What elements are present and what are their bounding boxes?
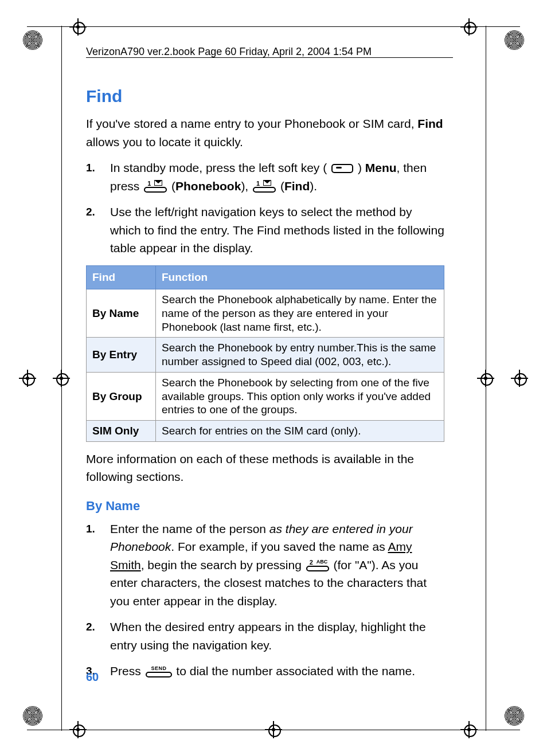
text-underline: Amy	[388, 540, 412, 553]
key-1-icon: 1	[144, 181, 167, 193]
step-number: 1.	[86, 521, 95, 538]
table-row: By Group Search the Phonebook by selecti…	[87, 372, 444, 420]
crop-cross	[69, 721, 87, 738]
key-1-icon: 1	[253, 181, 276, 193]
document-page: { "header": { "running_head": "VerizonA7…	[0, 0, 547, 756]
table-cell-desc: Search the Phonebook by selecting from o…	[156, 372, 444, 420]
text-bold: Find	[417, 117, 443, 130]
text-bold: Phonebook	[175, 179, 241, 193]
text: ),	[241, 179, 252, 193]
crop-cross	[511, 370, 528, 387]
text: to dial the number associated with the n…	[176, 664, 415, 677]
crop-cross	[69, 18, 87, 36]
text: (	[280, 179, 284, 193]
text-bold: Menu	[365, 161, 397, 174]
table-cell-label: By Name	[87, 289, 156, 338]
crop-cross	[265, 721, 282, 738]
crop-cross	[460, 18, 478, 36]
crop-cross	[477, 370, 494, 387]
table-cell-desc: Search for entries on the SIM card (only…	[156, 421, 444, 442]
text-bold: Find	[284, 179, 310, 193]
text: . For example, if you saved the name as	[171, 540, 388, 553]
table-cell-label: By Group	[87, 372, 156, 420]
step-2: 2. Use the left/right navigation keys to…	[86, 203, 444, 257]
step-3: 3. Press SEND to dial the number associa…	[86, 662, 444, 680]
text: Use the left/right navigation keys to se…	[110, 205, 444, 254]
table-cell-desc: Search the Phonebook by entry number.Thi…	[156, 338, 444, 373]
text: Enter the name of the person	[110, 522, 269, 535]
table-cell-desc: Search the Phonebook alphabetically by n…	[156, 289, 444, 338]
steps-list-b: 1. Enter the name of the person as they …	[86, 520, 444, 680]
table-row: SIM Only Search for entries on the SIM c…	[87, 421, 444, 442]
crop-cross	[53, 370, 70, 387]
step-number: 1.	[86, 160, 95, 177]
step-2: 2. When the desired entry appears in the…	[86, 618, 444, 654]
step-number: 2.	[86, 204, 95, 221]
header-rule	[86, 57, 453, 58]
step-1: 1. Enter the name of the person as they …	[86, 520, 444, 610]
send-key-icon: SEND	[146, 667, 172, 677]
registration-mark	[505, 706, 524, 726]
steps-list-a: 1. In standby mode, press the left soft …	[86, 159, 444, 257]
running-head: VerizonA790 ver.2.book Page 60 Friday, A…	[86, 46, 372, 58]
intro-paragraph: If you've stored a name entry to your Ph…	[86, 115, 444, 151]
table-cell-label: By Entry	[87, 338, 156, 373]
text: If you've stored a name entry to your Ph…	[86, 117, 417, 130]
crop-cross	[19, 370, 36, 387]
text: When the desired entry appears in the di…	[110, 620, 426, 652]
text: (	[171, 179, 175, 193]
key-abc: ABC	[317, 558, 328, 566]
table-header-row: Find Function	[87, 265, 444, 289]
crop-cross	[460, 721, 478, 738]
key-2-icon: 2ABC	[306, 560, 329, 571]
table-cell-label: SIM Only	[87, 421, 156, 442]
left-softkey-icon	[331, 164, 353, 173]
table-header: Find	[87, 265, 156, 289]
registration-mark	[23, 706, 42, 726]
page-content: Find If you've stored a name entry to yo…	[86, 83, 444, 688]
registration-mark	[23, 30, 42, 50]
text: allows you to locate it quickly.	[86, 135, 243, 148]
text: Press	[110, 664, 144, 677]
text: ).	[310, 179, 317, 193]
subsection-title: By Name	[86, 496, 444, 515]
after-table-text: More information on each of these method…	[86, 450, 444, 486]
table-row: By Name Search the Phonebook alphabetica…	[87, 289, 444, 338]
text: , begin the search by pressing	[141, 558, 305, 571]
registration-mark	[505, 30, 524, 50]
text: In standby mode, press the left soft key…	[110, 161, 327, 174]
step-1: 1. In standby mode, press the left soft …	[86, 159, 444, 195]
text-underline: Smith	[110, 558, 141, 571]
text: )	[358, 161, 365, 174]
table-row: By Entry Search the Phonebook by entry n…	[87, 338, 444, 373]
find-methods-table: Find Function By Name Search the Phonebo…	[86, 265, 444, 442]
section-title: Find	[86, 83, 444, 109]
crop-mark	[27, 26, 520, 27]
page-number: 60	[86, 671, 99, 684]
step-number: 2.	[86, 619, 95, 636]
table-header: Function	[156, 265, 444, 289]
